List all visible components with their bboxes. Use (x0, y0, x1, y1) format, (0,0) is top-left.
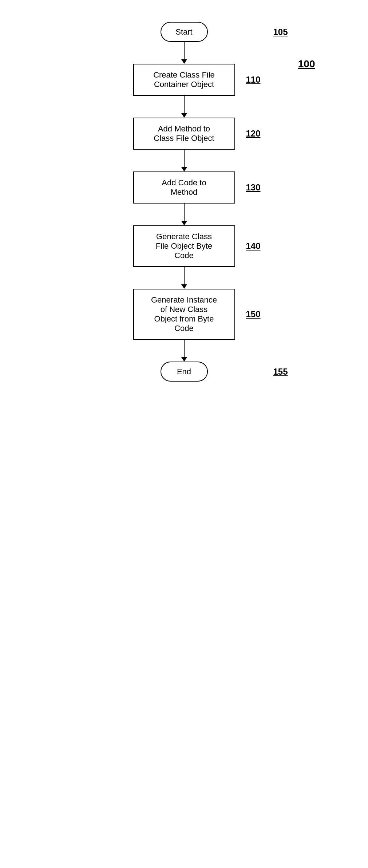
line-1 (184, 96, 185, 113)
connector-1 (181, 96, 187, 118)
arrow-5 (181, 357, 187, 362)
arrow-3 (181, 221, 187, 225)
step-ref-110: 110 (246, 75, 261, 85)
connector-5 (181, 340, 187, 362)
line-0 (184, 42, 185, 59)
step-wrapper-110: Create Class FileContainer Object 110 (133, 64, 235, 96)
end-label: End (177, 367, 191, 376)
step-label-140: Generate ClassFile Object ByteCode (156, 232, 212, 260)
step-ref-130: 130 (246, 182, 261, 193)
line-2 (184, 150, 185, 167)
step-wrapper-120: Add Method toClass File Object 120 (133, 118, 235, 150)
connector-3 (181, 204, 187, 225)
start-ref: 105 (273, 27, 288, 37)
connector-2 (181, 150, 187, 171)
step-box-140: Generate ClassFile Object ByteCode (133, 225, 235, 267)
step-ref-140: 140 (246, 241, 261, 251)
end-ref: 155 (273, 367, 288, 377)
step-ref-150: 150 (246, 309, 261, 319)
step-wrapper-140: Generate ClassFile Object ByteCode 140 (133, 225, 235, 267)
step-label-130: Add Code toMethod (162, 178, 206, 197)
start-oval: Start (161, 22, 208, 42)
start-wrapper: Start 105 (161, 22, 208, 42)
step-box-110: Create Class FileContainer Object (133, 64, 235, 96)
step-label-150: Generate Instanceof New ClassObject from… (151, 295, 217, 333)
end-wrapper: End 155 (161, 362, 208, 382)
connector-4 (181, 267, 187, 289)
connector-0 (181, 42, 187, 64)
line-5 (184, 340, 185, 357)
step-box-130: Add Code toMethod (133, 171, 235, 204)
step-label-120: Add Method toClass File Object (154, 124, 214, 143)
step-box-120: Add Method toClass File Object (133, 118, 235, 150)
line-4 (184, 267, 185, 284)
diagram-ref-100: 100 (298, 58, 315, 70)
arrow-4 (181, 284, 187, 289)
arrow-1 (181, 113, 187, 118)
flowchart-container: 100 Start 105 Create Class FileContainer… (75, 15, 293, 382)
step-ref-120: 120 (246, 129, 261, 139)
step-wrapper-150: Generate Instanceof New ClassObject from… (133, 289, 235, 340)
line-3 (184, 204, 185, 221)
step-box-150: Generate Instanceof New ClassObject from… (133, 289, 235, 340)
step-label-110: Create Class FileContainer Object (153, 70, 215, 89)
step-wrapper-130: Add Code toMethod 130 (133, 171, 235, 204)
arrow-0 (181, 59, 187, 64)
arrow-2 (181, 167, 187, 171)
start-label: Start (175, 27, 192, 37)
end-oval: End (161, 362, 208, 382)
